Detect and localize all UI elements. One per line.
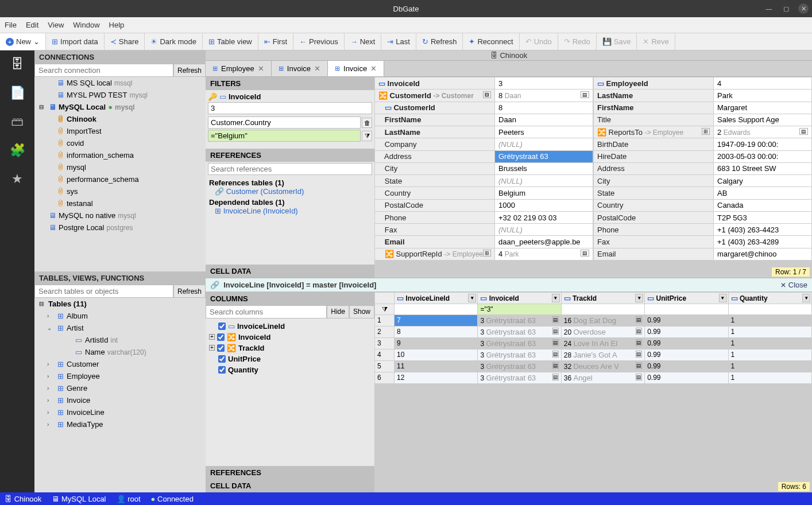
row-number[interactable]: 2 [375, 326, 395, 337]
record-field-value[interactable]: +1 (403) 263-4423 [714, 224, 812, 236]
grid-cell[interactable]: 7 [395, 314, 478, 326]
row-number[interactable]: 4 [375, 349, 395, 360]
tables-root[interactable]: ⊟Tables (11) [34, 298, 206, 310]
record-field-value[interactable]: Grétrystraat 63 [495, 150, 593, 162]
connections-search-input[interactable] [34, 64, 173, 77]
grid-cell[interactable]: 3 Grétrystraat 63▤ [478, 337, 561, 349]
row-number[interactable]: 3 [375, 337, 395, 349]
toolbar-revert-button[interactable]: ✕Reve [637, 33, 675, 50]
column-checkbox[interactable] [218, 323, 226, 330]
record-field-label[interactable]: Country [594, 199, 714, 211]
record-field-value[interactable]: 3 [495, 77, 593, 90]
filter-input[interactable] [562, 304, 645, 314]
connections-tree[interactable]: 🖥MS SQL local mssql🖥MYSL PWD TEST mysql⊟… [34, 77, 206, 271]
column-header[interactable]: ▭ InvoiceId▾ [478, 292, 561, 304]
column-checkbox[interactable] [218, 355, 226, 363]
grid-cell[interactable]: 32 Deuces Are V▤ [561, 360, 644, 372]
record-field-value[interactable]: Peeters [495, 126, 593, 138]
tables-search-input[interactable] [34, 285, 173, 298]
grid-cell[interactable]: 0.99 [645, 372, 728, 383]
record-table-right[interactable]: ▭ EmployeeId4LastNameParkFirstNameMargar… [593, 77, 812, 261]
grid-cell[interactable]: 3 Grétrystraat 63▤ [478, 314, 561, 326]
form-icon[interactable]: ▤ [636, 316, 642, 323]
dep-tables-link[interactable]: InvoiceLine (InvoiceId) [223, 207, 298, 215]
column-item[interactable]: + 🔀 InvoiceId [209, 332, 371, 343]
column-item[interactable]: ▭ InvoiceLineId [209, 321, 371, 332]
expand-icon[interactable]: › [47, 397, 54, 403]
table-item[interactable]: ›⊞Customer [34, 358, 206, 370]
record-field-label[interactable]: City [375, 162, 495, 174]
column-item[interactable]: Quantity [209, 364, 371, 375]
filter-cell[interactable]: ⧩ [561, 304, 644, 314]
form-icon[interactable]: ▤ [636, 374, 642, 380]
form-icon[interactable]: ▤ [636, 362, 642, 369]
expand-icon[interactable]: › [47, 313, 54, 319]
form-icon[interactable]: ▤ [636, 351, 642, 358]
record-field-label[interactable]: PostalCode [375, 199, 495, 211]
form-icon[interactable]: ▤ [581, 91, 589, 98]
record-field-value[interactable]: Canada [714, 199, 812, 211]
tab-invoice[interactable]: ⊞Invoice✕ [328, 61, 384, 76]
grid-cell[interactable]: 3 Grétrystraat 63▤ [478, 360, 561, 372]
connections-refresh-button[interactable]: Refresh [173, 64, 206, 77]
grid-cell[interactable]: 0.99 [645, 349, 728, 360]
toolbar-share-button[interactable]: ≺Share [105, 33, 145, 50]
record-field-label[interactable]: ▭ InvoiceId [375, 77, 495, 90]
status-server[interactable]: 🖥 MySQL Local [52, 495, 106, 503]
form-icon[interactable]: ▤ [552, 374, 559, 380]
row-number[interactable]: 1 [375, 314, 395, 326]
form-icon[interactable]: ▤ [636, 328, 642, 335]
record-field-label[interactable]: 🔀 SupportRepId -> Employee⊞ [375, 248, 495, 260]
column-header[interactable]: ▭ InvoiceLineId▾ [395, 292, 478, 304]
toolbar-save-button[interactable]: 💾Save [597, 33, 637, 50]
rownum-header[interactable] [375, 292, 395, 304]
record-field-value[interactable]: 2003-05-03 00:00: [714, 150, 812, 162]
filter-input-customer-country[interactable] [208, 130, 361, 142]
expand-icon[interactable]: + [209, 334, 215, 340]
grid-cell[interactable]: 1 [728, 337, 811, 349]
record-field-value[interactable]: 2 Edwards▤ [714, 126, 812, 138]
filter-remove-button[interactable]: 🗑 [362, 118, 372, 128]
dropdown-icon[interactable]: ▾ [468, 294, 476, 302]
grid-cell[interactable]: 0.99 [645, 314, 728, 326]
connection-item[interactable]: 🛢performance_schema [34, 173, 206, 185]
grid-cell[interactable]: 1 [728, 349, 811, 360]
toolbar-tableview-button[interactable]: ⊞Table view [203, 33, 258, 50]
table-item[interactable]: ▭Name varchar(120) [34, 346, 206, 358]
grid-cell[interactable]: 24 Love In An El▤ [561, 337, 644, 349]
status-database[interactable]: 🗄 Chinook [5, 495, 41, 503]
connection-item[interactable]: 🛢testanal [34, 197, 206, 209]
grid-cell[interactable]: 1 [728, 326, 811, 337]
toolbar-new-button[interactable]: +New⌄ [0, 33, 46, 50]
column-checkbox[interactable] [217, 333, 225, 341]
grid-cell[interactable]: 3 Grétrystraat 63▤ [478, 372, 561, 383]
record-field-value[interactable]: daan_peeters@apple.be [495, 236, 593, 248]
grid-cell[interactable]: 0.99 [645, 360, 728, 372]
record-table-left[interactable]: ▭ InvoiceId3🔀 CustomerId -> Customer⊟8 D… [374, 77, 593, 261]
dropdown-icon[interactable]: ▾ [552, 294, 560, 302]
menu-edit[interactable]: Edit [26, 21, 38, 29]
row-number[interactable]: 6 [375, 372, 395, 383]
record-field-label[interactable]: State [594, 187, 714, 199]
close-icon[interactable]: ✕ [314, 64, 320, 73]
record-field-value[interactable]: 4 [714, 77, 812, 90]
status-user[interactable]: 👤 root [117, 495, 141, 503]
menu-file[interactable]: File [5, 21, 17, 29]
menu-help[interactable]: Help [109, 21, 125, 29]
record-field-value[interactable]: (NULL) [495, 138, 593, 150]
filter-input-invoiceid[interactable] [208, 102, 372, 114]
grid-cell[interactable]: 10 [395, 349, 478, 360]
close-icon[interactable]: ✕ [258, 64, 264, 73]
filter-label-customer-country[interactable] [208, 116, 361, 129]
grid-cell[interactable]: 1 [728, 360, 811, 372]
record-field-label[interactable]: LastName [375, 126, 495, 138]
filter-cell[interactable]: ⧩ [645, 304, 728, 314]
table-item[interactable]: ›⊞Album [34, 310, 206, 322]
record-field-label[interactable]: FirstName [594, 102, 714, 114]
form-icon[interactable]: ▤ [552, 328, 559, 335]
column-header[interactable]: ▭ TrackId▾ [561, 292, 644, 304]
toolbar-next-button[interactable]: →Next [345, 33, 382, 50]
tables-refresh-button[interactable]: Refresh [173, 285, 206, 298]
grid-cell[interactable]: 0.99 [645, 337, 728, 349]
tab-invoice[interactable]: ⊞Invoice✕ [272, 61, 328, 76]
